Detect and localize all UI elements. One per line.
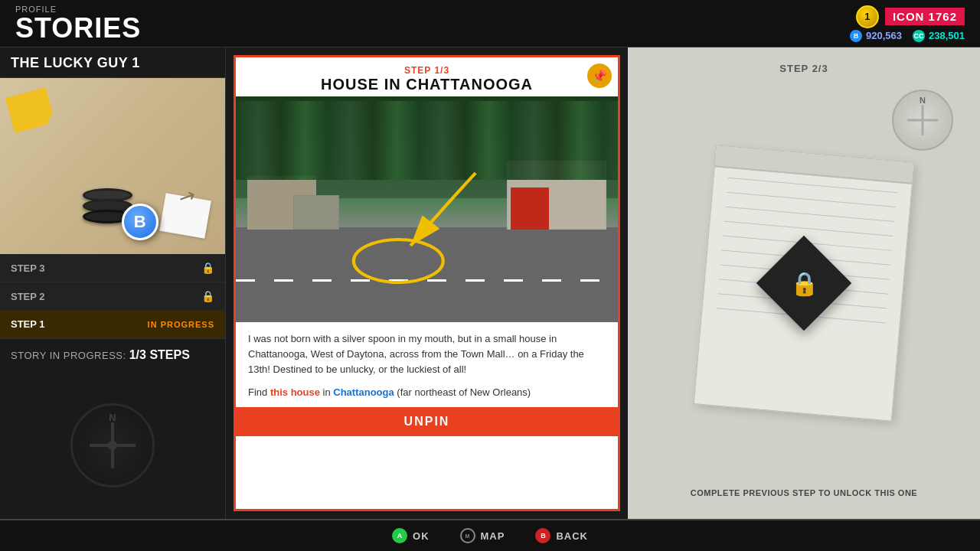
bottom-bar: A OK M MAP B BACK: [0, 519, 980, 551]
header: PROFILE STORIES 1 ICON 1762 B 920,563 CC…: [0, 0, 980, 47]
step1-label: STEP 1: [11, 318, 45, 330]
currency-b-value: 920,563: [866, 30, 902, 41]
bucks-coin: B: [122, 204, 158, 240]
right-panel: STEP 2/3 N: [628, 47, 980, 519]
lock-icon-3: 🔒: [201, 262, 214, 274]
ok-button[interactable]: A OK: [392, 528, 430, 543]
find-text-2: in: [320, 386, 333, 398]
story-image: B ↗: [0, 78, 225, 254]
right-step-label: STEP 2/3: [779, 63, 828, 74]
header-left: PROFILE STORIES: [15, 5, 141, 42]
card-header: STEP 1/3 HOUSE IN CHATTANOOGA: [236, 57, 618, 96]
card-description: I was not born with a silver spoon in my…: [236, 322, 618, 382]
currency-cc: CC 238,501: [913, 30, 965, 42]
currency-cc-value: 238,501: [929, 30, 965, 41]
card-footer-btn[interactable]: UNPIN: [236, 407, 618, 436]
compass: N: [70, 403, 155, 487]
step1-badge: IN PROGRESS: [148, 320, 214, 329]
step-item-1[interactable]: STEP 1 IN PROGRESS: [0, 311, 225, 338]
back-button[interactable]: B BACK: [535, 528, 588, 543]
find-text-1: Find: [248, 386, 270, 398]
lock-icon-diamond: 🔒: [790, 270, 818, 297]
find-link2[interactable]: Chattanooga: [333, 386, 394, 398]
map-label: MAP: [481, 530, 505, 542]
icon-label: ICON 1762: [885, 8, 965, 25]
currency-b: B 920,563: [850, 30, 902, 42]
a-button-icon: A: [392, 528, 407, 543]
map-photo: [236, 96, 618, 322]
pin-icon-corner[interactable]: 📌: [587, 64, 612, 88]
compass-area: N: [0, 371, 225, 519]
story-title: THE LUCKY GUY 1: [0, 47, 225, 78]
story-progress: STORY IN PROGRESS: 1/3 STEPS: [0, 338, 225, 371]
yellow-oval-annotation: [236, 96, 618, 322]
step-item-3[interactable]: STEP 3 🔒: [0, 254, 225, 282]
svg-point-0: [354, 240, 443, 282]
find-text-3: (far northeast of New Orleans): [394, 386, 531, 398]
header-right: 1 ICON 1762 B 920,563 CC 238,501: [850, 5, 965, 42]
step-list: STEP 3 🔒 STEP 2 🔒 STEP 1 IN PROGRESS: [0, 254, 225, 338]
map-button[interactable]: M MAP: [460, 528, 505, 543]
step-label-orange: STEP 1/3: [248, 65, 606, 76]
unlock-text: COMPLETE PREVIOUS STEP TO UNLOCK THIS ON…: [691, 488, 917, 497]
main-layout: THE LUCKY GUY 1 B ↗ STEP 3 🔒: [0, 47, 980, 519]
step2-label: STEP 2: [11, 291, 45, 302]
right-compass: N: [892, 90, 953, 151]
story-card: STEP 1/3 HOUSE IN CHATTANOOGA 📌: [234, 55, 620, 511]
ok-label: OK: [413, 530, 430, 542]
compass-n: N: [109, 412, 116, 423]
card-find-text: Find this house in Chattanooga (far nort…: [236, 382, 618, 407]
progress-value: 1/3 STEPS: [129, 348, 190, 361]
card-title: HOUSE IN CHATTANOOGA: [248, 76, 606, 93]
stories-title: STORIES: [15, 15, 141, 42]
sidebar: THE LUCKY GUY 1 B ↗ STEP 3 🔒: [0, 47, 226, 519]
step-item-2[interactable]: STEP 2 🔒: [0, 282, 225, 311]
step3-label: STEP 3: [11, 262, 45, 274]
yellow-note: [5, 87, 56, 134]
find-link1[interactable]: this house: [270, 386, 320, 398]
b-button-icon: B: [535, 528, 550, 543]
rank-coin: 1: [856, 5, 879, 28]
lock-icon-2: 🔒: [201, 290, 214, 302]
center-panel: STEP 1/3 HOUSE IN CHATTANOOGA 📌: [226, 47, 628, 519]
progress-text: STORY IN PROGRESS:: [11, 350, 129, 361]
back-label: BACK: [556, 530, 588, 542]
map-button-icon: M: [460, 528, 475, 543]
